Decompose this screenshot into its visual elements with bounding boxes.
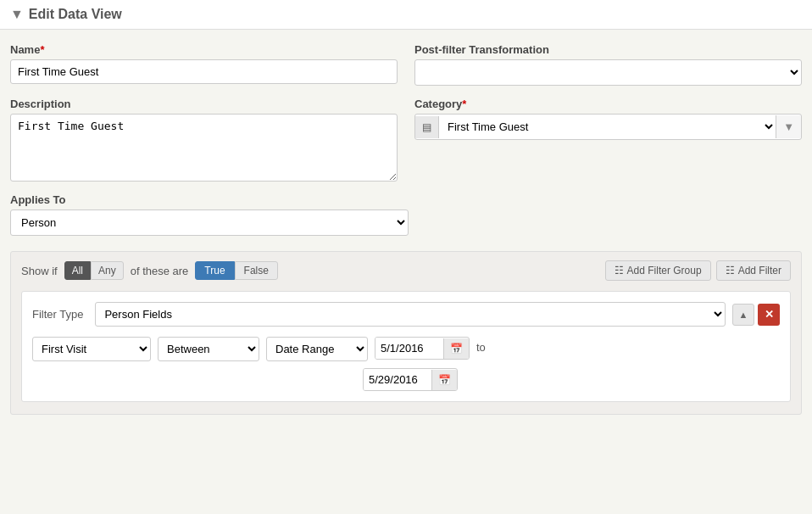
add-filter-group-button[interactable]: ☷ Add Filter Group [605,260,711,281]
date-from-icon[interactable]: 📅 [443,338,469,359]
filter-type-label: Filter Type [32,308,83,321]
filter-actions: ☷ Add Filter Group ☷ Add Filter [605,260,791,281]
true-false-group: True False [195,261,278,280]
any-button[interactable]: Any [91,261,124,280]
category-label: Category* [414,98,802,110]
description-textarea[interactable]: First Time Guest [10,114,398,182]
date-from-input[interactable] [375,338,443,359]
of-these-label: of these are [131,265,189,277]
category-icon: ▤ [415,116,439,138]
applies-to-label: Applies To [10,193,409,206]
description-label: Description [10,98,398,110]
filter-type-select[interactable]: Person Fields [95,302,726,327]
condition-operator-select[interactable]: Between [158,337,259,361]
name-input[interactable] [10,59,398,84]
filter-type-controls: Filter Type Person Fields [32,302,726,327]
add-filter-button[interactable]: ☷ Add Filter [716,260,791,281]
date-to-icon[interactable]: 📅 [431,370,457,390]
all-button[interactable]: All [64,261,91,280]
condition-type-select[interactable]: Date Range [266,337,368,361]
category-select[interactable]: First Time Guest [439,115,776,139]
filter-icon: ▼ [10,7,24,22]
date-to-input[interactable] [364,369,431,390]
filter-panel: Show if All Any of these are True False … [10,251,802,415]
date-from-wrapper: 📅 [375,337,470,360]
filter-collapse-button[interactable]: ▲ [732,304,754,326]
condition-field-select[interactable]: First Visit [32,337,151,361]
filter-body: Filter Type Person Fields ▲ ✕ First Visi… [21,291,791,402]
name-label: Name* [10,43,398,56]
filter-header: Show if All Any of these are True False … [21,260,791,281]
filter-group-icon: ☷ [615,265,624,277]
filter-type-row: Filter Type Person Fields ▲ ✕ [32,302,780,327]
date-to-wrapper: 📅 [363,368,458,391]
show-if-label: Show if [21,265,58,277]
page-title: Edit Data View [29,7,122,22]
post-filter-label: Post-filter Transformation [414,43,802,56]
true-button[interactable]: True [195,261,234,280]
filter-conditions-row: First Visit Between Date Range 📅 to [32,337,780,361]
filter-add-icon: ☷ [726,265,735,277]
all-any-group: All Any [64,261,124,280]
post-filter-select[interactable] [414,59,802,86]
category-dropdown-arrow[interactable]: ▼ [776,115,801,138]
category-select-wrapper: ▤ First Time Guest ▼ [414,114,802,140]
page-header: ▼ Edit Data View [0,0,812,30]
applies-to-select[interactable]: Person [10,210,409,236]
filter-remove-button[interactable]: ✕ [758,304,780,326]
false-button[interactable]: False [235,261,278,280]
to-label: to [476,337,486,358]
